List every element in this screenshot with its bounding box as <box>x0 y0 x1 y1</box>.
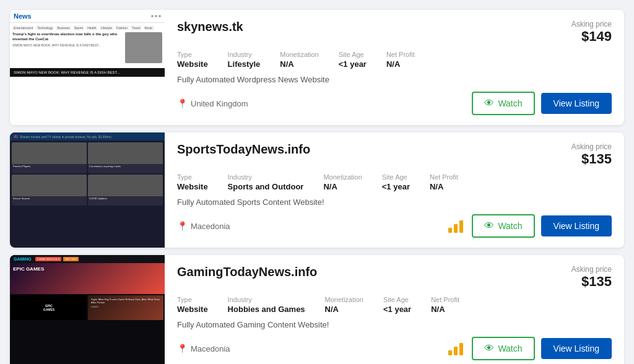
listing-meta: Type Website Industry Lifestyle Monetiza… <box>177 51 612 69</box>
thumb-sports-card: Soccer Season <box>12 175 87 206</box>
meta-industry-label: Industry <box>228 296 305 303</box>
meta-industry: Industry Hobbies and Games <box>228 296 305 314</box>
watch-button[interactable]: 👁 Watch <box>472 214 534 238</box>
listing-description: Fully Automated Gaming Content Website! <box>177 320 612 329</box>
thumb-gaming-card: EPICGAMES <box>11 295 87 320</box>
location-icon: 📍 <box>177 221 188 231</box>
thumb-sports-card-text: Coronavirus requiring masks <box>88 164 163 168</box>
meta-monetization-label: Monetization <box>280 51 318 58</box>
svg-rect-3 <box>448 350 452 355</box>
nav-dot <box>155 15 157 17</box>
thumb-gaming-card: Super Meet Day Frozen Game Release Date,… <box>88 295 163 320</box>
meta-net-profit-value: N/A <box>386 59 415 69</box>
meta-site-age: Site Age <1 year <box>339 51 367 69</box>
thumb-image <box>125 32 162 63</box>
location-icon: 📍 <box>177 98 188 108</box>
listing-content: skynews.tk Asking price $149 Type Websit… <box>165 10 624 125</box>
meta-monetization: Monetization N/A <box>323 173 362 191</box>
listing-content: SportsTodayNews.info Asking price $135 T… <box>165 132 624 248</box>
eye-icon: 👁 <box>484 220 494 232</box>
thumb-sports-nav: Stream movies and TV shows in private br… <box>20 135 111 139</box>
meta-type: Type Website <box>177 173 208 191</box>
listing-thumbnail: AI Stream movies and TV shows in private… <box>10 132 165 248</box>
location-text: Macedonia <box>191 344 230 353</box>
meta-industry: Industry Sports and Outdoor <box>228 173 304 191</box>
listing-footer: 📍 Macedonia 👁 Watch <box>177 214 612 238</box>
location-block: 📍 United Kingdom <box>177 98 248 108</box>
meta-industry-label: Industry <box>228 51 261 58</box>
view-listing-button[interactable]: View Listing <box>541 215 612 236</box>
location-block: 📍 Macedonia <box>177 221 230 231</box>
view-listing-button[interactable]: View Listing <box>541 338 612 359</box>
location-icon: 📍 <box>177 344 188 353</box>
asking-price-label: Asking price <box>571 265 612 274</box>
meta-site-age-label: Site Age <box>383 296 411 303</box>
thumb-bottom-bar: SIMON MAYO NEW BOOK: WHY REVENGE IS A DI… <box>10 68 165 77</box>
meta-net-profit: Net Profit N/A <box>431 296 459 314</box>
listing-actions: 👁 Watch View Listing <box>448 337 612 360</box>
watch-button[interactable]: 👁 Watch <box>472 337 534 360</box>
thumb-nav-item: Travel <box>131 25 142 30</box>
view-listing-button[interactable]: View Listing <box>541 93 612 114</box>
listing-thumbnail: GAMING CHEAP NEW GOLD HOT TIER EPIC GAME… <box>10 255 165 364</box>
meta-industry-value: Hobbies and Games <box>228 305 305 314</box>
thumb-nav-item: Entertainment <box>12 25 34 30</box>
listings-container: News Entertainment Technology Business S… <box>10 10 624 364</box>
meta-site-age: Site Age <1 year <box>383 296 411 314</box>
meta-type-value: Website <box>177 305 208 314</box>
thumb-sports-card: COVID Updates <box>88 175 163 206</box>
thumb-gaming-tag: CHEAP NEW GOLD <box>35 257 62 261</box>
meta-type: Type Website <box>177 51 208 69</box>
meta-net-profit: Net Profit N/A <box>430 173 458 191</box>
meta-net-profit-value: N/A <box>430 182 458 191</box>
meta-type-label: Type <box>177 296 208 303</box>
meta-site-age-label: Site Age <box>339 51 367 58</box>
location-text: Macedonia <box>191 222 230 231</box>
listing-card: AI Stream movies and TV shows in private… <box>10 132 624 248</box>
meta-type-label: Type <box>177 173 208 181</box>
listing-footer: 📍 Macedonia 👁 Watch V <box>177 337 612 360</box>
thumb-nav-item: Technology <box>36 25 54 30</box>
meta-type-value: Website <box>177 59 208 69</box>
listing-meta: Type Website Industry Sports and Outdoor… <box>177 173 612 191</box>
thumb-sports-img <box>12 142 87 164</box>
thumb-gaming-hero-text: EPIC GAMES <box>13 266 162 272</box>
meta-type: Type Website <box>177 296 208 314</box>
thumb-nav-item: Health <box>86 25 97 30</box>
watch-button[interactable]: 👁 Watch <box>472 92 534 115</box>
meta-site-age: Site Age <1 year <box>382 173 410 191</box>
listing-actions: 👁 Watch View Listing <box>472 92 612 115</box>
thumb-gaming-card-text: Super Meet Day Frozen Game Release Date,… <box>90 297 162 305</box>
meta-industry-value: Sports and Outdoor <box>228 182 304 191</box>
profit-bars-icon <box>448 219 463 233</box>
asking-price-block: Asking price $135 <box>571 265 612 290</box>
listing-description: Fully Automated Wordpress News Website <box>177 75 612 84</box>
listing-description: Fully Automated Sports Content Website! <box>177 197 612 207</box>
thumb-gaming-epic-logo: EPICGAMES <box>43 304 54 311</box>
thumb-sports-img <box>12 175 87 196</box>
watch-label: Watch <box>498 98 522 108</box>
thumb-sports-card: Coronavirus requiring masks <box>88 142 163 173</box>
meta-net-profit-value: N/A <box>431 305 459 314</box>
thumb-sports-card-text: COVID Updates <box>88 196 163 201</box>
svg-rect-1 <box>454 224 458 233</box>
svg-rect-4 <box>454 347 458 355</box>
meta-net-profit-label: Net Profit <box>386 51 415 58</box>
meta-type-value: Website <box>177 182 208 191</box>
meta-site-age-value: <1 year <box>339 59 367 69</box>
thumb-gaming-card-subtext: LOGO <box>90 305 162 309</box>
meta-monetization-label: Monetization <box>325 296 363 303</box>
thumb-sports-logo: AI <box>14 134 18 139</box>
meta-monetization: Monetization N/A <box>280 51 318 69</box>
nav-dot <box>151 15 154 17</box>
thumb-gaming-tag: HOT TIER <box>63 257 79 261</box>
eye-icon: 👁 <box>484 343 494 354</box>
asking-price-value: $149 <box>571 28 612 45</box>
meta-industry: Industry Lifestyle <box>228 51 261 69</box>
meta-net-profit: Net Profit N/A <box>386 51 415 69</box>
watch-label: Watch <box>498 344 522 353</box>
asking-price-block: Asking price $135 <box>571 142 612 167</box>
meta-site-age-value: <1 year <box>383 305 411 314</box>
listing-content: GamingTodayNews.info Asking price $135 T… <box>165 255 624 364</box>
listing-title: SportsTodayNews.info <box>177 142 310 157</box>
